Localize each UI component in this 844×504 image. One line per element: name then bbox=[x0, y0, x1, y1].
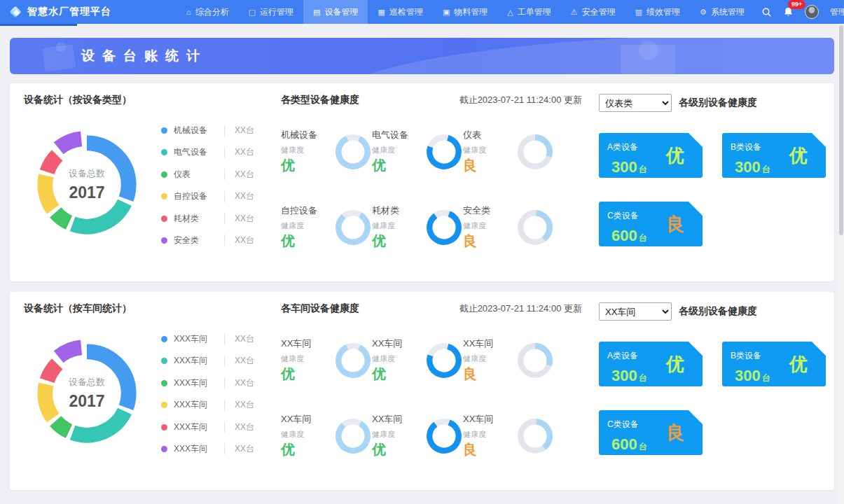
health-column: 各车间设备健康度 截止2023-07-21 11:24:00 更新 XX车间 健… bbox=[271, 302, 593, 477]
health-item-name: 耗材类 bbox=[372, 204, 415, 217]
panel-title: 设备统计（按车间统计） bbox=[24, 302, 265, 315]
level-cards: A类设备 300台 优 B类设备 300台 优 bbox=[599, 342, 824, 455]
stats-panel: 设备统计（按车间统计） 设备总数 2017 XXX车间 X bbox=[10, 292, 834, 490]
health-metric-label: 健康度 bbox=[281, 354, 324, 364]
nav-item-icon: ▤ bbox=[313, 8, 320, 17]
notification-badge: 99+ bbox=[788, 0, 805, 9]
legend-item[interactable]: XXX车间 XX台 bbox=[161, 443, 265, 455]
levels-column: XX车间 各级别设备健康度 A类设备 300台 优 bbox=[599, 302, 824, 477]
health-item: 自控设备 健康度 优 bbox=[281, 204, 372, 251]
nav-item-icon: ▥ bbox=[635, 8, 642, 17]
level-card: B类设备 300台 优 bbox=[722, 133, 826, 178]
health-grade: 良 bbox=[463, 232, 506, 251]
level-card-grade: 良 bbox=[666, 421, 684, 445]
nav-item-label: 系统管理 bbox=[711, 6, 745, 18]
legend-item[interactable]: XXX车间 XX台 bbox=[161, 333, 265, 345]
health-item: XX车间 健康度 优 bbox=[281, 337, 372, 384]
legend-divider bbox=[224, 356, 225, 367]
legend-count: XX台 bbox=[235, 399, 254, 411]
nav-menu-item[interactable]: ▣ 物料管理 bbox=[433, 0, 497, 24]
legend-divider bbox=[224, 377, 225, 388]
level-card-name: C类设备 bbox=[607, 211, 639, 220]
nav-item-icon: △ bbox=[507, 8, 513, 17]
notification-bell-icon[interactable]: 99+ bbox=[783, 6, 794, 18]
nav-menu-item[interactable]: ⌂ 综合分析 bbox=[177, 0, 239, 24]
legend-dot-icon bbox=[161, 336, 167, 342]
health-item: 仪表 健康度 良 bbox=[463, 129, 554, 175]
scrollbar-thumb[interactable] bbox=[839, 25, 843, 235]
legend-item[interactable]: 自控设备 XX台 bbox=[161, 190, 265, 202]
legend-item[interactable]: 机械设备 XX台 bbox=[161, 125, 265, 136]
legend-count: XX台 bbox=[235, 443, 254, 455]
legend-item[interactable]: XXX车间 XX台 bbox=[161, 355, 265, 367]
level-card-grade: 优 bbox=[666, 144, 684, 168]
level-card-name: C类设备 bbox=[607, 419, 639, 429]
page-scrollbar[interactable] bbox=[838, 24, 844, 504]
health-item-name: XX车间 bbox=[372, 413, 415, 426]
legend-divider bbox=[224, 169, 225, 180]
nav-item-icon: ⌂ bbox=[186, 8, 191, 16]
legend-item[interactable]: XXX车间 XX台 bbox=[161, 421, 265, 433]
panel-title: 设备统计（按设备类型） bbox=[24, 94, 265, 106]
level-card-name: A类设备 bbox=[607, 142, 638, 152]
donut-column: 设备统计（按车间统计） 设备总数 2017 XXX车间 X bbox=[24, 302, 265, 477]
health-metric-label: 健康度 bbox=[281, 220, 324, 231]
nav-menu-item[interactable]: ▦ 巡检管理 bbox=[368, 0, 432, 24]
legend-label: XXX车间 bbox=[174, 333, 217, 345]
device-donut-chart bbox=[24, 122, 150, 248]
legend-label: XXX车间 bbox=[174, 443, 217, 455]
donut-legend: 机械设备 XX台 电气设备 XX台 bbox=[161, 125, 265, 246]
nav-menu-item[interactable]: ▤ 设备管理 bbox=[303, 0, 368, 24]
legend-label: 电气设备 bbox=[174, 146, 217, 158]
category-select[interactable]: 仪表类 bbox=[599, 94, 672, 112]
nav-item-label: 工单管理 bbox=[518, 6, 551, 18]
health-ring-chart bbox=[516, 133, 554, 171]
nav-menu-item[interactable]: ⚙ 系统管理 bbox=[690, 0, 754, 24]
stats-panel: 设备统计（按设备类型） 设备总数 2017 机械设备 XX bbox=[10, 83, 834, 281]
nav-item-label: 巡检管理 bbox=[389, 6, 423, 18]
donut-column: 设备统计（按设备类型） 设备总数 2017 机械设备 XX bbox=[24, 94, 265, 269]
legend-divider bbox=[224, 334, 225, 345]
health-metric-label: 健康度 bbox=[372, 145, 415, 155]
health-grade: 良 bbox=[463, 365, 506, 384]
nav-menu-item[interactable]: △ 工单管理 bbox=[497, 0, 560, 24]
health-ring-chart bbox=[425, 133, 463, 171]
health-item: XX车间 健康度 良 bbox=[463, 337, 554, 384]
nav-item-icon: ⚠ bbox=[571, 8, 578, 17]
legend-item[interactable]: 耗材类 XX台 bbox=[161, 213, 265, 225]
search-icon[interactable] bbox=[761, 7, 772, 18]
legend-item[interactable]: 安全类 XX台 bbox=[161, 234, 265, 246]
health-ring-chart bbox=[516, 209, 554, 246]
nav-item-label: 综合分析 bbox=[195, 6, 229, 18]
nav-item-icon: ▢ bbox=[249, 8, 256, 17]
legend-item[interactable]: XXX车间 XX台 bbox=[161, 377, 265, 389]
health-grade: 优 bbox=[281, 232, 324, 251]
nav-menu-item[interactable]: ▥ 绩效管理 bbox=[625, 0, 690, 24]
level-card: C类设备 600台 良 bbox=[599, 202, 703, 246]
user-name[interactable]: 管理员 bbox=[830, 6, 844, 18]
health-item: 耗材类 健康度 优 bbox=[372, 204, 463, 251]
level-card-grade: 优 bbox=[666, 352, 684, 377]
legend-label: XXX车间 bbox=[174, 355, 217, 367]
avatar[interactable] bbox=[805, 5, 819, 19]
nav-menu-item[interactable]: ⚠ 安全管理 bbox=[561, 0, 625, 24]
nav-progress-indicator bbox=[0, 24, 77, 26]
donut-legend: XXX车间 XX台 XXX车间 XX台 bbox=[161, 333, 265, 455]
nav-menu-item[interactable]: ▢ 运行管理 bbox=[239, 0, 303, 24]
health-grade: 优 bbox=[281, 440, 324, 459]
logo-icon bbox=[10, 6, 21, 18]
health-metric-label: 健康度 bbox=[463, 145, 506, 155]
legend-dot-icon bbox=[161, 358, 167, 364]
health-item: 电气设备 健康度 优 bbox=[372, 129, 463, 175]
update-timestamp: 截止2023-07-21 11:24:00 更新 bbox=[459, 302, 582, 315]
health-metric-label: 健康度 bbox=[372, 354, 415, 364]
level-cards: A类设备 300台 优 B类设备 300台 优 bbox=[599, 133, 824, 246]
nav-item-label: 设备管理 bbox=[324, 6, 358, 18]
legend-item[interactable]: 仪表 XX台 bbox=[161, 169, 265, 181]
legend-item[interactable]: XXX车间 XX台 bbox=[161, 399, 265, 411]
category-select[interactable]: XX车间 bbox=[599, 302, 672, 321]
legend-item[interactable]: 电气设备 XX台 bbox=[161, 146, 265, 158]
level-card: A类设备 300台 优 bbox=[599, 342, 703, 386]
health-column: 各类型设备健康度 截止2023-07-21 11:24:00 更新 机械设备 健… bbox=[271, 94, 593, 269]
levels-title: 各级别设备健康度 bbox=[679, 305, 757, 318]
